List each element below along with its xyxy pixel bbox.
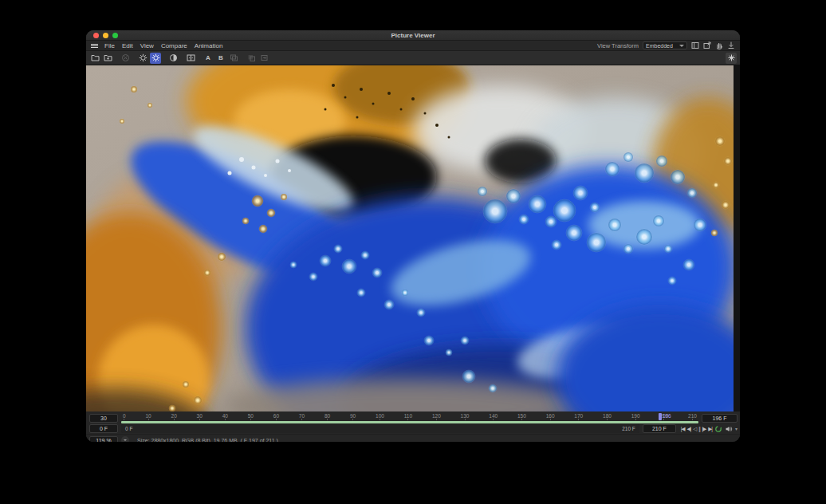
- menu-item-compare[interactable]: Compare: [161, 42, 187, 49]
- transport-controls: |◀ ◀| ◁ || |▶ ▶| ▾: [681, 424, 738, 433]
- ruler-tick-label: 180: [603, 413, 612, 420]
- ruler-tick-label: 60: [273, 413, 279, 420]
- view-transform-dropdown[interactable]: Embedded: [643, 41, 687, 49]
- filter-gear-button[interactable]: [150, 53, 161, 64]
- image-viewport[interactable]: [86, 65, 740, 411]
- playhead[interactable]: [659, 413, 662, 420]
- view-transform-value: Embedded: [646, 43, 673, 49]
- ab-compare-button[interactable]: [185, 53, 196, 64]
- compare-a-button[interactable]: A: [203, 53, 214, 64]
- download-frame-icon[interactable]: [727, 41, 735, 49]
- window-title: Picture Viewer: [86, 30, 740, 41]
- panel-layout-icon[interactable]: [691, 41, 699, 49]
- ruler-tick-label: 40: [222, 413, 228, 420]
- ruler-tick-label: 190: [631, 413, 640, 420]
- ruler-tick-label: 120: [432, 413, 441, 420]
- view-transform-label: View Transform: [597, 42, 639, 49]
- ruler-tick-label: 20: [171, 413, 177, 420]
- desktop: Picture Viewer File Edit View Compare An…: [0, 0, 826, 504]
- open-folder-button[interactable]: [89, 53, 100, 64]
- timeline-ruler[interactable]: 0102030405060708090100110120130140150160…: [121, 413, 698, 423]
- transport-options-dropdown[interactable]: ▾: [735, 426, 738, 431]
- menu-item-animation[interactable]: Animation: [195, 42, 223, 49]
- ruler-tick-label: 30: [197, 413, 203, 420]
- ruler-tick-label: 100: [376, 413, 384, 420]
- ruler-tick-label: 110: [404, 413, 412, 420]
- range-end-field[interactable]: 210 F: [643, 424, 676, 433]
- rendered-image: [86, 65, 734, 411]
- menu-bar: File Edit View Compare Animation View Tr…: [86, 41, 740, 51]
- ruler-tick-label: 90: [350, 413, 356, 420]
- ruler-tick-label: 210: [688, 413, 697, 420]
- range-end-label: 210 F: [622, 426, 635, 431]
- contrast-button[interactable]: [167, 53, 179, 64]
- save-image-button[interactable]: [102, 53, 113, 64]
- volume-icon[interactable]: [725, 425, 733, 433]
- expand-window-icon[interactable]: [703, 41, 711, 49]
- ruler-tick-label: 10: [145, 413, 151, 420]
- range-start-label: 0 F: [125, 426, 132, 431]
- transport-go-start-button[interactable]: |◀: [681, 424, 685, 433]
- transport-play-backward-button[interactable]: ◁: [693, 424, 696, 433]
- ruler-tick-label: 160: [546, 413, 555, 420]
- ruler-tick-label: 0: [123, 413, 126, 420]
- chevron-down-icon: [124, 439, 127, 441]
- pan-hand-icon[interactable]: [715, 41, 723, 49]
- transport-go-end-button[interactable]: ▶|: [708, 424, 712, 433]
- menu-item-file[interactable]: File: [104, 42, 115, 49]
- timeline-range-row: 0 F 0 F 210 F 210 F |◀ ◀| ◁ || |▶ ▶| ▾: [86, 423, 740, 434]
- chevron-down-icon: [679, 45, 684, 47]
- zoom-dropdown-button[interactable]: [121, 436, 129, 442]
- transport-prev-frame-button[interactable]: ◀|: [687, 424, 691, 433]
- menu-item-edit[interactable]: Edit: [122, 42, 133, 49]
- zoom-level-field[interactable]: 119 %: [89, 436, 118, 443]
- loop-playback-icon[interactable]: [714, 425, 722, 433]
- copy-a-button[interactable]: [246, 53, 257, 64]
- range-start-field[interactable]: 0 F: [89, 424, 118, 433]
- clear-cache-button[interactable]: [120, 53, 131, 64]
- fps-field[interactable]: 30: [89, 414, 118, 423]
- compare-b-button[interactable]: B: [215, 53, 226, 64]
- ruler-tick-label: 70: [299, 413, 305, 420]
- ruler-tick-label: 50: [248, 413, 254, 420]
- title-bar: Picture Viewer: [86, 30, 740, 41]
- settings-gear-button[interactable]: [137, 53, 148, 64]
- ruler-ticks: 0102030405060708090100110120130140150160…: [123, 413, 697, 420]
- transport-pause-button[interactable]: ||: [698, 424, 699, 433]
- hamburger-menu-icon[interactable]: [91, 44, 98, 48]
- menu-item-view[interactable]: View: [140, 42, 154, 49]
- toolbar: A B: [86, 51, 740, 65]
- viewport-right-margin: [734, 65, 740, 411]
- playhead-frame-label: 196: [663, 413, 671, 419]
- picture-viewer-window: Picture Viewer File Edit View Compare An…: [86, 30, 740, 442]
- ruler-tick-label: 170: [574, 413, 583, 420]
- copy-b-button[interactable]: [258, 53, 269, 64]
- ruler-tick-label: 140: [489, 413, 498, 420]
- range-slider[interactable]: 0 F 210 F: [121, 424, 639, 433]
- render-view-button[interactable]: [726, 53, 737, 64]
- transport-play-forward-button[interactable]: |▶: [702, 424, 706, 433]
- current-frame-field[interactable]: 196 F: [702, 414, 738, 423]
- ruler-tick-label: 150: [517, 413, 526, 420]
- status-bar: 119 % Size: 2880x1800, RGB (8 Bit), 19.7…: [86, 434, 740, 442]
- ruler-tick-label: 130: [461, 413, 470, 420]
- cached-frames-bar: [121, 421, 698, 423]
- image-info-text: Size: 2880x1800, RGB (8 Bit), 19.76 MB, …: [137, 438, 278, 443]
- ruler-tick-label: 80: [324, 413, 330, 420]
- swap-ab-button[interactable]: [228, 53, 239, 64]
- timeline-ruler-row: 30 0102030405060708090100110120130140150…: [86, 411, 740, 423]
